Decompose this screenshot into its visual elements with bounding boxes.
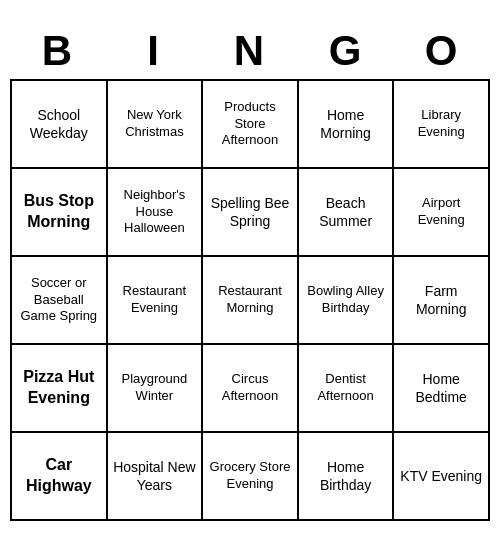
bingo-cell-12: Restaurant Morning [203, 257, 299, 345]
header-letter-n: N [202, 23, 298, 79]
header-letter-b: B [10, 23, 106, 79]
bingo-cell-8: Beach Summer [299, 169, 395, 257]
bingo-cell-17: Circus Afternoon [203, 345, 299, 433]
bingo-cell-2: Products Store Afternoon [203, 81, 299, 169]
bingo-grid: School WeekdayNew York ChristmasProducts… [10, 79, 490, 521]
bingo-cell-15: Pizza Hut Evening [12, 345, 108, 433]
bingo-cell-0: School Weekday [12, 81, 108, 169]
bingo-cell-24: KTV Evening [394, 433, 490, 521]
bingo-cell-18: Dentist Afternoon [299, 345, 395, 433]
header-letter-g: G [298, 23, 394, 79]
header-letter-o: O [394, 23, 490, 79]
bingo-header: BINGO [10, 23, 490, 79]
bingo-cell-21: Hospital New Years [108, 433, 204, 521]
bingo-cell-16: Playground Winter [108, 345, 204, 433]
bingo-cell-14: Farm Morning [394, 257, 490, 345]
bingo-cell-6: Neighbor's House Halloween [108, 169, 204, 257]
bingo-cell-22: Grocery Store Evening [203, 433, 299, 521]
bingo-cell-4: Library Evening [394, 81, 490, 169]
bingo-cell-13: Bowling Alley Birthday [299, 257, 395, 345]
bingo-cell-10: Soccer or Baseball Game Spring [12, 257, 108, 345]
bingo-cell-11: Restaurant Evening [108, 257, 204, 345]
bingo-card: BINGO School WeekdayNew York ChristmasPr… [10, 23, 490, 521]
header-letter-i: I [106, 23, 202, 79]
bingo-cell-20: Car Highway [12, 433, 108, 521]
bingo-cell-23: Home Birthday [299, 433, 395, 521]
bingo-cell-5: Bus Stop Morning [12, 169, 108, 257]
bingo-cell-3: Home Morning [299, 81, 395, 169]
bingo-cell-9: Airport Evening [394, 169, 490, 257]
bingo-cell-19: Home Bedtime [394, 345, 490, 433]
bingo-cell-1: New York Christmas [108, 81, 204, 169]
bingo-cell-7: Spelling Bee Spring [203, 169, 299, 257]
